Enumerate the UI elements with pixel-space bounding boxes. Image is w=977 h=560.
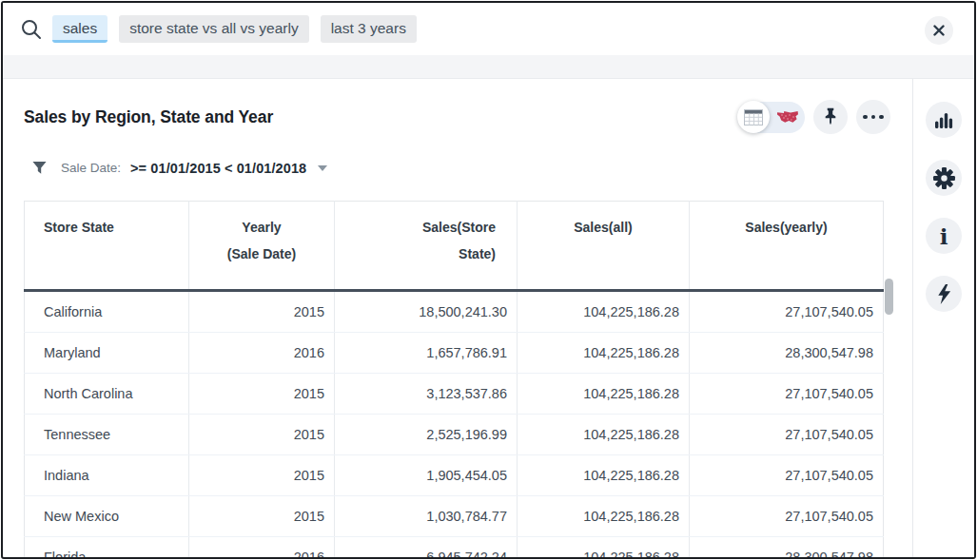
insights-button[interactable]: [926, 276, 962, 312]
cell-yearly[interactable]: 2016: [189, 333, 335, 374]
column-header-sales-store-state[interactable]: Sales(Store State): [335, 202, 518, 291]
table-row[interactable]: Tennessee 2015 2,525,196.99 104,225,186.…: [25, 415, 884, 455]
pushpin-icon: [820, 106, 841, 127]
view-toggle[interactable]: [738, 102, 805, 133]
table-icon: [744, 109, 763, 126]
cell-sales-store-state[interactable]: 1,905,454.05: [335, 455, 518, 496]
cell-sales-store-state[interactable]: 18,500,241.30: [335, 291, 518, 333]
cell-yearly[interactable]: 2015: [189, 455, 335, 496]
header-line: Store State: [44, 214, 187, 241]
cell-sales-all[interactable]: 104,225,186.28: [518, 415, 690, 455]
cell-yearly[interactable]: 2016: [189, 537, 335, 560]
cell-store-state[interactable]: North Carolina: [25, 374, 189, 415]
filter-icon: [31, 160, 48, 176]
table-row[interactable]: North Carolina 2015 3,123,537.86 104,225…: [25, 374, 884, 415]
chevron-down-icon[interactable]: [318, 165, 327, 171]
cell-yearly[interactable]: 2015: [189, 374, 335, 415]
cell-sales-all[interactable]: 104,225,186.28: [518, 374, 690, 415]
map-view-button[interactable]: [770, 110, 805, 125]
subheader-strip: [3, 55, 974, 79]
table-row[interactable]: Indiana 2015 1,905,454.05 104,225,186.28…: [25, 455, 884, 496]
content-area: Sales by Region, State and Year Sale Dat…: [3, 79, 974, 559]
column-header-sales-all[interactable]: Sales(all): [518, 202, 690, 291]
cell-yearly[interactable]: 2015: [189, 415, 335, 455]
header-line: State): [336, 241, 496, 267]
clear-search-button[interactable]: [925, 16, 953, 45]
search-token-last-3-years[interactable]: last 3 years: [321, 15, 417, 44]
filter-label: Sale Date:: [61, 161, 121, 175]
cell-sales-store-state[interactable]: 6,945,742.24: [335, 537, 518, 560]
cell-sales-all[interactable]: 104,225,186.28: [518, 455, 690, 496]
filter-value[interactable]: >= 01/01/2015 < 01/01/2018: [130, 161, 306, 176]
column-header-store-state[interactable]: Store State: [25, 202, 189, 291]
table-container: Store State Yearly (Sale Date) Sales(Sto…: [24, 201, 895, 559]
table-row[interactable]: New Mexico 2015 1,030,784.77 104,225,186…: [25, 496, 884, 537]
configure-button[interactable]: [926, 160, 962, 196]
header-line: (Sale Date): [190, 241, 333, 267]
search-bar[interactable]: sales store state vs all vs yearly last …: [3, 3, 974, 55]
cell-sales-yearly[interactable]: 28,300,547.98: [690, 537, 884, 560]
table-scrollbar-thumb[interactable]: [885, 279, 893, 315]
us-map-icon: [776, 110, 799, 125]
app-window: sales store state vs all vs yearly last …: [1, 1, 976, 559]
cell-store-state[interactable]: California: [25, 291, 189, 333]
cell-yearly[interactable]: 2015: [189, 291, 335, 333]
info-button[interactable]: i: [926, 218, 962, 254]
cell-sales-store-state[interactable]: 1,657,786.91: [335, 333, 518, 374]
pin-button[interactable]: [813, 100, 848, 134]
cell-sales-yearly[interactable]: 27,107,540.05: [690, 455, 884, 496]
cell-store-state[interactable]: Indiana: [25, 455, 189, 496]
close-icon: [933, 25, 945, 36]
cell-sales-yearly[interactable]: 27,107,540.05: [690, 291, 884, 333]
cell-sales-yearly[interactable]: 28,300,547.98: [690, 333, 884, 374]
table-header-row: Store State Yearly (Sale Date) Sales(Sto…: [25, 202, 884, 291]
gear-icon: [932, 166, 956, 190]
answer-toolbar: [738, 100, 890, 134]
header-line: Sales(yearly): [691, 214, 882, 241]
cell-store-state[interactable]: Tennessee: [25, 415, 189, 455]
header-line: Sales(all): [518, 214, 688, 241]
lightning-bolt-icon: [935, 283, 953, 305]
cell-yearly[interactable]: 2015: [189, 496, 335, 537]
answer-panel: Sales by Region, State and Year Sale Dat…: [3, 79, 912, 559]
bar-chart-icon: [933, 109, 954, 130]
table-row[interactable]: Maryland 2016 1,657,786.91 104,225,186.2…: [25, 333, 884, 374]
right-sidebar: i: [912, 79, 974, 559]
column-header-yearly[interactable]: Yearly (Sale Date): [189, 202, 335, 291]
cell-sales-store-state[interactable]: 3,123,537.86: [335, 374, 518, 415]
cell-sales-store-state[interactable]: 2,525,196.99: [335, 415, 518, 455]
column-header-sales-yearly[interactable]: Sales(yearly): [690, 202, 884, 291]
cell-store-state[interactable]: Florida: [25, 537, 189, 560]
table-row[interactable]: California 2015 18,500,241.30 104,225,18…: [25, 291, 884, 333]
cell-store-state[interactable]: New Mexico: [25, 496, 189, 537]
header-line: Sales(Store: [336, 214, 496, 241]
cell-sales-yearly[interactable]: 27,107,540.05: [690, 374, 884, 415]
search-token-store-state-vs-all-vs-yearly[interactable]: store state vs all vs yearly: [119, 15, 308, 44]
search-token-sales[interactable]: sales: [52, 15, 107, 44]
cell-sales-all[interactable]: 104,225,186.28: [518, 537, 690, 560]
table-row[interactable]: Florida 2016 6,945,742.24 104,225,186.28…: [25, 537, 884, 560]
search-icon: [20, 18, 43, 41]
info-icon: i: [940, 225, 948, 247]
cell-sales-all[interactable]: 104,225,186.28: [518, 291, 690, 333]
cell-sales-all[interactable]: 104,225,186.28: [518, 333, 690, 374]
cell-sales-all[interactable]: 104,225,186.28: [518, 496, 690, 537]
more-actions-button[interactable]: [856, 100, 890, 134]
cell-sales-yearly[interactable]: 27,107,540.05: [690, 415, 884, 455]
header-line: Yearly: [190, 214, 333, 241]
visualization-button[interactable]: [926, 102, 962, 138]
results-table: Store State Yearly (Sale Date) Sales(Sto…: [24, 201, 884, 559]
filter-bar[interactable]: Sale Date: >= 01/01/2015 < 01/01/2018: [31, 160, 912, 176]
cell-store-state[interactable]: Maryland: [25, 333, 189, 374]
cell-sales-yearly[interactable]: 27,107,540.05: [690, 496, 884, 537]
ellipsis-icon: [863, 115, 884, 120]
table-view-button[interactable]: [737, 101, 770, 133]
cell-sales-store-state[interactable]: 1,030,784.77: [335, 496, 518, 537]
